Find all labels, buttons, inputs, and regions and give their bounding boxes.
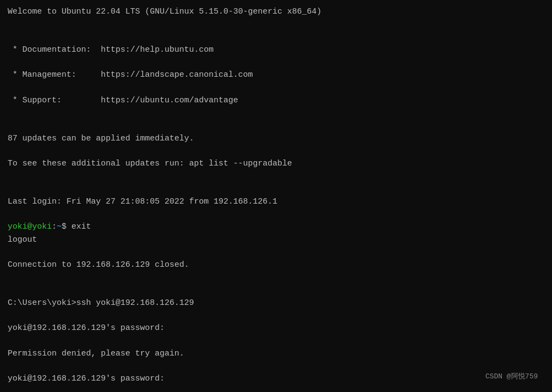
prompt-dir: ~ (57, 222, 62, 231)
blank-line (8, 183, 544, 195)
prompt-line: yoki@yoki:~$ exit (8, 222, 91, 231)
terminal-line: * Documentation: https://help.ubuntu.com (8, 44, 544, 56)
terminal-line: yoki@192.168.126.129's password: (8, 322, 544, 334)
blank-line (8, 119, 544, 132)
terminal-line: * Support: https://ubuntu.com/advantage (8, 94, 544, 107)
terminal-line: Connection to 192.168.126.129 closed. (8, 259, 544, 271)
command-text: exit (66, 222, 91, 231)
terminal-line: To see these additional updates run: apt… (8, 157, 544, 170)
terminal-line: logout (8, 234, 544, 246)
terminal-line: yoki@192.168.126.129's password: (8, 372, 544, 385)
watermark: CSDN @阿悦759 (486, 371, 538, 382)
terminal-line: Last login: Fri May 27 21:08:05 2022 fro… (8, 195, 544, 208)
blank-line (8, 31, 544, 44)
terminal-line: Welcome to Ubuntu 22.04 LTS (GNU/Linux 5… (8, 5, 544, 18)
prompt-user: yoki@yoki (8, 222, 52, 231)
terminal-output: Welcome to Ubuntu 22.04 LTS (GNU/Linux 5… (8, 5, 544, 392)
terminal-line: * Management: https://landscape.canonica… (8, 69, 544, 81)
terminal-line: 87 updates can be applied immediately. (8, 132, 544, 145)
terminal-line: Permission denied, please try again. (8, 347, 544, 360)
blank-line (8, 284, 544, 297)
terminal-window: Welcome to Ubuntu 22.04 LTS (GNU/Linux 5… (8, 5, 544, 387)
terminal-line: C:\Users\yoki>ssh yoki@192.168.126.129 (8, 297, 544, 309)
